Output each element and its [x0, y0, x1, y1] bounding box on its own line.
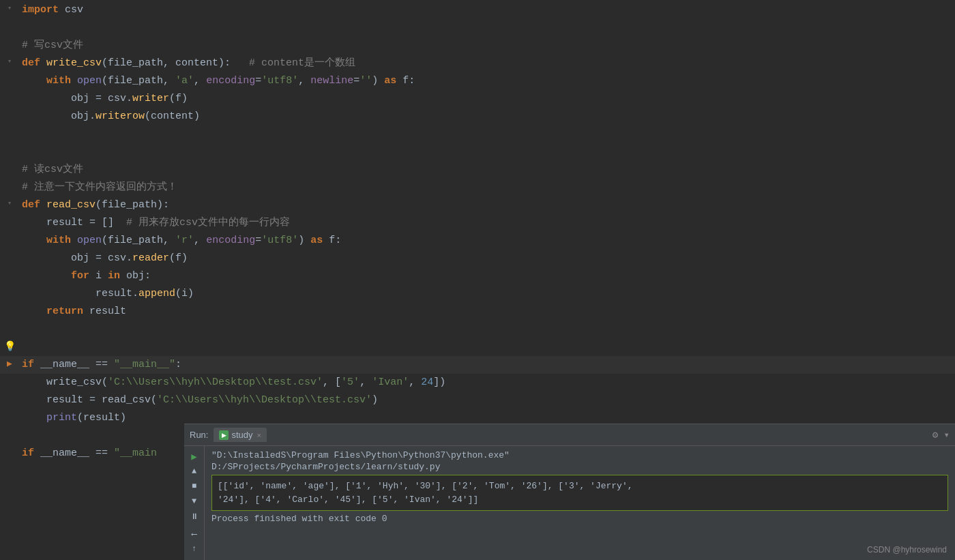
gutter-9 [0, 143, 19, 145]
line-content-13: result = [] # 用来存放csv文件中的每一行内容 [19, 214, 955, 232]
line-content-18: return result [19, 303, 955, 321]
gutter-5 [0, 72, 19, 74]
gutter-4: ▾ [0, 55, 19, 65]
code-line-13: result = [] # 用来存放csv文件中的每一行内容 [0, 214, 955, 232]
line-content-20 [19, 338, 955, 342]
gutter-11 [0, 179, 19, 181]
line-content-2 [19, 19, 955, 23]
line-content-21: if __name__ == "__main__": [19, 356, 955, 374]
gutter-16 [0, 267, 19, 269]
output-result-box: [['id', 'name', 'age'], ['1', 'Hyh', '30… [211, 475, 948, 511]
gutter-22 [0, 374, 19, 376]
gutter-15 [0, 250, 19, 252]
panel-output: "D:\InstalledS\Program Files\Python\Pyth… [205, 446, 955, 560]
line-content-1: import csv [19, 1, 955, 19]
tab-name: study [231, 430, 252, 440]
code-line-5: with open(file_path, 'a', encoding='utf8… [0, 72, 955, 90]
panel-toolbar: ▶ ▲ ■ ▼ ⏸ ⟵ ↑ [184, 446, 205, 560]
line-content-9 [19, 143, 955, 147]
output-path-line1: "D:\InstalledS\Program Files\Python\Pyth… [211, 450, 948, 460]
code-line-17: result.append(i) [0, 285, 955, 303]
line-content-15: obj = csv.reader(f) [19, 250, 955, 267]
run-label: Run: [190, 430, 208, 440]
exit-status: Process finished with exit code 0 [211, 514, 948, 524]
scroll-up-button[interactable]: ▲ [188, 465, 201, 477]
line-content-10: # 读csv文件 [19, 161, 955, 179]
line-content-16: for i in obj: [19, 267, 955, 285]
line-content-6: obj = csv.writer(f) [19, 90, 955, 108]
csdn-credit: CSDN @hyhrosewind [867, 545, 947, 555]
export-button[interactable]: ↑ [188, 543, 201, 555]
gutter-14 [0, 232, 19, 234]
line-content-12: def read_csv(file_path): [19, 196, 955, 214]
code-line-18: return result [0, 303, 955, 321]
gutter-24 [0, 409, 19, 411]
line-content-17: result.append(i) [19, 285, 955, 303]
run-tab[interactable]: ▶ study × [214, 428, 267, 442]
code-line-8 [0, 126, 955, 143]
gutter-17 [0, 285, 19, 287]
code-line-1: ▾import csv [0, 1, 955, 19]
gutter-25 [0, 427, 19, 429]
gutter-6 [0, 90, 19, 92]
gutter-21: ▶ [0, 356, 19, 369]
code-line-22: write_csv('C:\\Users\\hyh\\Desktop\\test… [0, 374, 955, 392]
code-line-19 [0, 321, 955, 338]
line-content-3: # 写csv文件 [19, 37, 955, 55]
code-line-21: ▶if __name__ == "__main__": [0, 356, 955, 374]
gutter-19 [0, 321, 19, 323]
gutter-18 [0, 303, 19, 305]
result-line1: [['id', 'name', 'age'], ['1', 'Hyh', '30… [218, 481, 633, 491]
code-line-12: ▾def read_csv(file_path): [0, 196, 955, 214]
panel-header: Run: ▶ study × ⚙ ▾ [184, 424, 955, 446]
settings-icon[interactable]: ⚙ ▾ [932, 429, 950, 441]
scroll-down-button[interactable]: ▼ [188, 495, 201, 507]
python-icon: ▶ [219, 430, 229, 440]
editor-area: ▾import csv# 写csv文件▾def write_csv(file_p… [0, 0, 955, 560]
line-content-4: def write_csv(file_path, content): # con… [19, 55, 955, 72]
pause-button[interactable]: ⏸ [188, 510, 201, 522]
code-line-16: for i in obj: [0, 267, 955, 285]
tab-close-button[interactable]: × [257, 431, 261, 439]
gutter-20: 💡 [0, 338, 19, 352]
code-line-11: # 注意一下文件内容返回的方式！ [0, 179, 955, 196]
code-container: ▾import csv# 写csv文件▾def write_csv(file_p… [0, 0, 955, 462]
code-line-4: ▾def write_csv(file_path, content): # co… [0, 55, 955, 72]
gutter-2 [0, 19, 19, 21]
wrap-button[interactable]: ⟵ [188, 528, 201, 540]
line-content-11: # 注意一下文件内容返回的方式！ [19, 179, 955, 196]
gutter-12: ▾ [0, 196, 19, 207]
gutter-10 [0, 161, 19, 163]
run-panel: Run: ▶ study × ⚙ ▾ ▶ ▲ ■ ▼ ⏸ ⟵ ↑ "D:\Ins… [184, 424, 955, 560]
gutter-23 [0, 392, 19, 394]
line-content-19 [19, 321, 955, 325]
code-line-9 [0, 143, 955, 161]
line-content-14: with open(file_path, 'r', encoding='utf8… [19, 232, 955, 250]
line-content-5: with open(file_path, 'a', encoding='utf8… [19, 72, 955, 90]
code-line-3: # 写csv文件 [0, 37, 955, 55]
code-line-10: # 读csv文件 [0, 161, 955, 179]
result-line2: '24'], ['4', 'Carlo', '45'], ['5', 'Ivan… [218, 495, 478, 505]
gutter-8 [0, 126, 19, 128]
code-line-2 [0, 19, 955, 37]
gutter-26 [0, 445, 19, 447]
gutter-1: ▾ [0, 1, 19, 12]
line-content-7: obj.writerow(content) [19, 108, 955, 126]
code-line-7: obj.writerow(content) [0, 108, 955, 126]
gutter-13 [0, 214, 19, 216]
gutter-3 [0, 37, 19, 39]
code-line-23: result = read_csv('C:\\Users\\hyh\\Deskt… [0, 392, 955, 409]
gutter-7 [0, 108, 19, 110]
run-button[interactable]: ▶ [188, 450, 201, 462]
panel-content: ▶ ▲ ■ ▼ ⏸ ⟵ ↑ "D:\InstalledS\Program Fil… [184, 446, 955, 560]
code-line-6: obj = csv.writer(f) [0, 90, 955, 108]
code-line-20: 💡 [0, 338, 955, 356]
code-line-14: with open(file_path, 'r', encoding='utf8… [0, 232, 955, 250]
line-content-22: write_csv('C:\\Users\\hyh\\Desktop\\test… [19, 374, 955, 392]
line-content-8 [19, 126, 955, 130]
line-content-23: result = read_csv('C:\\Users\\hyh\\Deskt… [19, 392, 955, 409]
code-line-15: obj = csv.reader(f) [0, 250, 955, 267]
output-path-line2: D:/SProjects/PycharmProjects/learn/study… [211, 462, 948, 472]
stop-button[interactable]: ■ [188, 480, 201, 492]
